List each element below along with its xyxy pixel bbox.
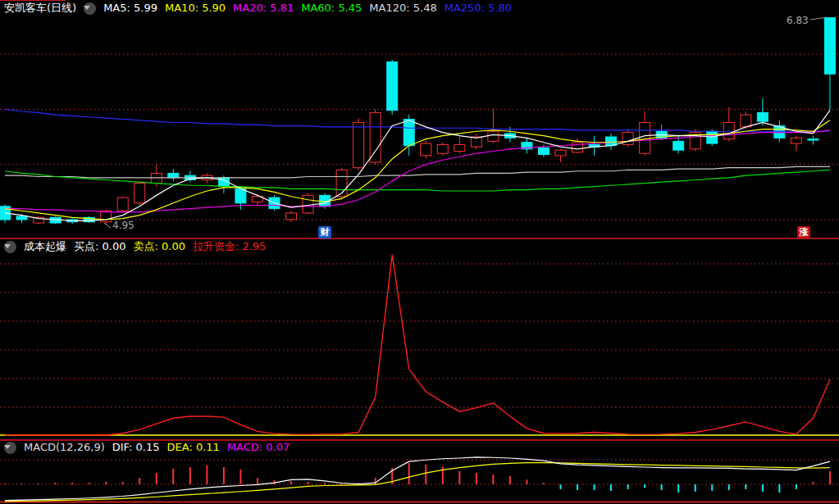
ma-legend: MA5: 5.99MA10: 5.90MA20: 5.81MA60: 5.45M… [103,2,512,15]
ma-label: MA120: 5.48 [369,2,436,15]
candle-body [723,122,734,138]
panel2-header: 成本起爆 买点: 0.00卖点: 0.00拉升资金: 2.95 [4,240,266,253]
indicator-value-label: 拉升资金: 2.95 [193,240,266,253]
stock-title: 安凯客车(日线) [4,2,76,15]
ma250-line [5,109,830,131]
ma-label: MA5: 5.99 [103,2,157,15]
candle-body [824,18,835,75]
candle-body [791,138,801,143]
ma-label: MA60: 5.45 [301,2,362,15]
candle-body [488,131,499,141]
ma5-line [5,111,830,221]
candle-body [303,195,313,213]
candle-body [16,216,27,220]
ma120-line [5,166,830,177]
indicator-legend: 买点: 0.00卖点: 0.00拉升资金: 2.95 [74,240,266,253]
candle-body [640,122,650,153]
candle-body [353,122,364,167]
indicator-title: 成本起爆 [24,240,66,253]
ma-label: MA10: 5.90 [165,2,226,15]
candle-body [538,148,549,154]
fund-line [5,255,830,435]
high-price-label: 6.83 [787,15,809,26]
macd-value-label: DEA: 0.11 [167,441,220,454]
chevron-down-icon[interactable] [4,241,16,253]
ma10-line [5,120,830,220]
candle-body [286,213,297,220]
low-price-label: 4.95 [112,220,135,231]
macd-value-label: DIF: 0.15 [112,441,160,454]
ma60-line [5,170,830,191]
candle-body [808,139,818,140]
candle-body [168,173,179,177]
ma-label: MA250: 5.80 [445,2,512,15]
indicator-value-label: 买点: 0.00 [74,240,125,253]
dif-line [5,457,830,501]
ma-label: MA20: 5.81 [233,2,294,15]
main-chart-header: 安凯客车(日线) MA5: 5.99MA10: 5.90MA20: 5.81MA… [4,2,512,15]
candle-body [757,112,768,121]
chevron-down-icon[interactable] [4,442,16,454]
chevron-down-icon[interactable] [84,2,96,15]
news-badge-cai[interactable]: 财 [318,226,331,238]
macd-value-label: MACD: 0.07 [227,441,290,454]
candle-body [622,133,633,145]
low-label-pointer [104,223,111,228]
high-label-pointer [810,18,824,20]
candle-body [117,198,128,211]
candle-body [235,188,246,203]
indicator-value-label: 卖点: 0.00 [133,240,185,253]
candle-body [151,173,162,183]
candle-body [421,143,431,156]
candle-body [741,115,751,127]
macd-legend: DIF: 0.15DEA: 0.11MACD: 0.07 [112,441,290,454]
candle-body [404,119,414,145]
candle-body [135,184,145,203]
candle-body [387,61,398,110]
macd-title: MACD(12,26,9) [24,441,105,454]
candle-body [673,141,684,150]
macd-header: MACD(12,26,9) DIF: 0.15DEA: 0.11MACD: 0.… [4,441,290,454]
event-badge-zhang[interactable]: 涨 [797,226,810,238]
candle-body [555,150,566,156]
candle-body [370,112,381,162]
candle-body [437,144,448,153]
stock-app-window: { "colors": { "background": "#000000", "… [0,0,839,504]
candle-body [454,144,465,151]
candle-body [707,131,718,143]
